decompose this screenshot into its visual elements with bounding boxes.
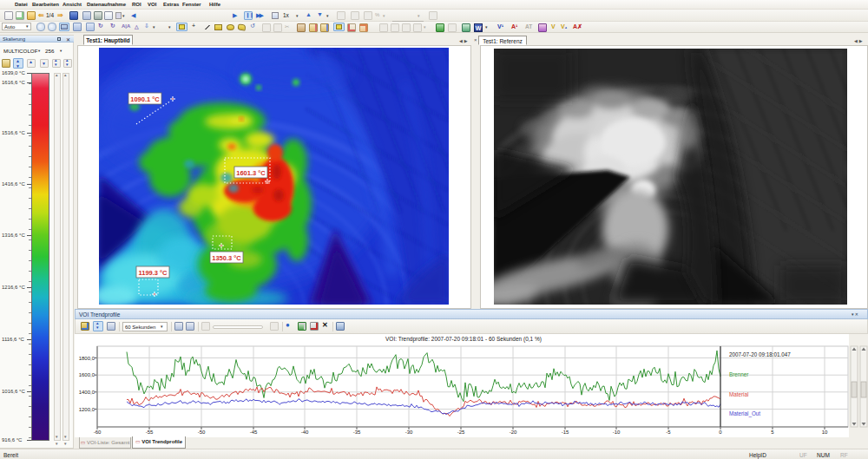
svg-text:Brenner: Brenner [729, 371, 748, 377]
svg-text:-10: -10 [613, 429, 621, 435]
svg-text:-30: -30 [405, 429, 413, 435]
svg-text:-20: -20 [510, 429, 517, 435]
svg-text:VOI: Trendprofile: 2007-07-20: VOI: Trendprofile: 2007-07-20 09:18:01 -… [385, 336, 542, 343]
svg-text:10: 10 [822, 429, 828, 435]
svg-text:1601.3 °C: 1601.3 °C [236, 169, 266, 177]
svg-text:Material_Out: Material_Out [729, 410, 760, 417]
svg-text:-55: -55 [146, 429, 154, 435]
svg-text:1200,0: 1200,0 [79, 407, 95, 412]
svg-text:2007-07-20 09:18:01.047: 2007-07-20 09:18:01.047 [729, 351, 791, 357]
svg-text:1199.3 °C: 1199.3 °C [138, 269, 168, 277]
svg-text:1600,0: 1600,0 [79, 372, 95, 377]
svg-text:-60: -60 [94, 429, 102, 435]
svg-text:1090.1 °C: 1090.1 °C [130, 95, 160, 103]
svg-text:-5: -5 [666, 429, 671, 435]
svg-text:-35: -35 [353, 429, 361, 435]
svg-text:1800,0: 1800,0 [79, 356, 95, 361]
svg-text:-40: -40 [301, 429, 309, 435]
svg-text:-25: -25 [457, 429, 465, 435]
svg-text:-45: -45 [250, 429, 258, 435]
svg-text:-50: -50 [198, 429, 206, 435]
svg-text:1350.3 °C: 1350.3 °C [212, 254, 241, 262]
svg-text:-15: -15 [562, 429, 569, 435]
svg-text:Material: Material [729, 391, 748, 397]
svg-text:1400,0: 1400,0 [79, 390, 95, 395]
